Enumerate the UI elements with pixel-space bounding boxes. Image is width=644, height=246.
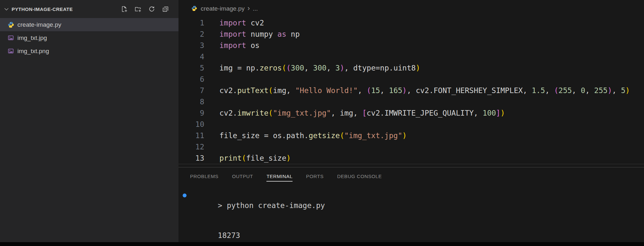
terminal-command: python create-image.py bbox=[227, 201, 325, 210]
code-area[interactable]: 1import cv22import numpy as np3import os… bbox=[178, 17, 644, 164]
code-text: import numpy as np bbox=[219, 29, 300, 40]
code-text: print(file_size) bbox=[219, 153, 291, 164]
refresh-explorer-icon[interactable] bbox=[149, 6, 155, 12]
terminal-command-line[interactable]: >python create-image.py bbox=[191, 191, 644, 221]
line-number[interactable]: 5 bbox=[178, 62, 204, 74]
code-text: file_size = os.path.getsize("img_txt.jpg… bbox=[219, 130, 407, 141]
chevron-down-icon bbox=[3, 6, 10, 12]
terminal[interactable]: >python create-image.py 18273 > bbox=[178, 191, 644, 246]
code-text: import cv2 bbox=[219, 17, 264, 29]
code-line[interactable]: 5img = np.zeros((300, 300, 3), dtype=np.… bbox=[178, 62, 644, 74]
code-line[interactable]: 8 bbox=[178, 96, 644, 108]
file-name: img_txt.jpg bbox=[17, 34, 47, 42]
code-line[interactable]: 11file_size = os.path.getsize("img_txt.j… bbox=[178, 130, 644, 141]
code-text: cv2.imwrite("img_txt.jpg", img, [cv2.IMW… bbox=[219, 108, 505, 119]
line-number[interactable]: 12 bbox=[178, 141, 204, 153]
python-icon bbox=[8, 22, 14, 28]
file-name: img_txt.png bbox=[17, 48, 49, 55]
line-number[interactable]: 9 bbox=[178, 108, 204, 119]
line-number[interactable]: 13 bbox=[178, 153, 204, 164]
new-file-icon[interactable] bbox=[121, 6, 127, 12]
new-folder-icon[interactable] bbox=[135, 6, 141, 12]
line-number[interactable]: 4 bbox=[178, 51, 204, 62]
breadcrumb: create-image.py › ... bbox=[178, 0, 644, 17]
terminal-output: 18273 bbox=[218, 231, 240, 240]
tab-ports[interactable]: PORTS bbox=[306, 171, 323, 182]
command-success-dot-icon[interactable] bbox=[183, 194, 187, 197]
chevron-right-icon: › bbox=[247, 5, 250, 12]
code-text: import os bbox=[219, 40, 260, 51]
code-line[interactable]: 13print(file_size) bbox=[178, 153, 644, 164]
file-item-img-txt-jpg[interactable]: img_txt.jpg bbox=[0, 31, 178, 44]
editor-area: create-image.py › ... 1import cv22import… bbox=[178, 0, 644, 167]
line-number[interactable]: 6 bbox=[178, 74, 204, 85]
code-line[interactable]: 10 bbox=[178, 119, 644, 130]
code-line[interactable]: 6 bbox=[178, 74, 644, 85]
code-line[interactable]: 3import os bbox=[178, 40, 644, 51]
code-text: cv2.putText(img, "Hello World!", (15, 16… bbox=[219, 85, 630, 96]
line-number[interactable]: 8 bbox=[178, 96, 204, 108]
code-line[interactable]: 9cv2.imwrite("img_txt.jpg", img, [cv2.IM… bbox=[178, 108, 644, 119]
code-line[interactable]: 12 bbox=[178, 141, 644, 153]
panel-tabs: PROBLEMS OUTPUT TERMINAL PORTS DEBUG CON… bbox=[178, 167, 644, 185]
line-number[interactable]: 2 bbox=[178, 29, 204, 40]
tab-output[interactable]: OUTPUT bbox=[232, 171, 253, 182]
status-bar bbox=[0, 242, 644, 246]
line-number[interactable]: 1 bbox=[178, 17, 204, 29]
line-number[interactable]: 3 bbox=[178, 40, 204, 51]
terminal-prompt: > bbox=[218, 201, 222, 210]
line-number[interactable]: 7 bbox=[178, 85, 204, 96]
file-item-create-image-py[interactable]: create-image.py bbox=[0, 18, 178, 31]
tab-problems[interactable]: PROBLEMS bbox=[190, 171, 218, 182]
code-text: img = np.zeros((300, 300, 3), dtype=np.u… bbox=[219, 62, 420, 74]
line-number[interactable]: 10 bbox=[178, 119, 204, 130]
image-icon bbox=[8, 35, 14, 41]
python-icon bbox=[191, 5, 198, 12]
breadcrumb-more[interactable]: ... bbox=[253, 5, 258, 12]
code-line[interactable]: 4 bbox=[178, 51, 644, 62]
explorer-section-header[interactable]: PYTHON-IMAGE-CREATE bbox=[0, 0, 178, 18]
tab-debug-console[interactable]: DEBUG CONSOLE bbox=[337, 171, 382, 182]
file-name: create-image.py bbox=[17, 21, 61, 28]
collapse-all-icon[interactable] bbox=[162, 6, 169, 12]
breadcrumb-file[interactable]: create-image.py bbox=[201, 5, 245, 12]
code-line[interactable]: 7cv2.putText(img, "Hello World!", (15, 1… bbox=[178, 85, 644, 96]
line-number[interactable]: 11 bbox=[178, 130, 204, 141]
image-icon bbox=[8, 48, 14, 54]
explorer-actions bbox=[121, 6, 169, 12]
bottom-panel: PROBLEMS OUTPUT TERMINAL PORTS DEBUG CON… bbox=[178, 167, 644, 242]
code-line[interactable]: 2import numpy as np bbox=[178, 29, 644, 40]
code-line[interactable]: 1import cv2 bbox=[178, 17, 644, 29]
file-item-img-txt-png[interactable]: img_txt.png bbox=[0, 44, 178, 58]
file-list: create-image.py img_txt.jpg img_txt.png bbox=[0, 18, 178, 58]
explorer-sidebar: PYTHON-IMAGE-CREATE bbox=[0, 0, 178, 242]
explorer-folder-title: PYTHON-IMAGE-CREATE bbox=[12, 6, 121, 12]
tab-terminal[interactable]: TERMINAL bbox=[266, 171, 293, 182]
